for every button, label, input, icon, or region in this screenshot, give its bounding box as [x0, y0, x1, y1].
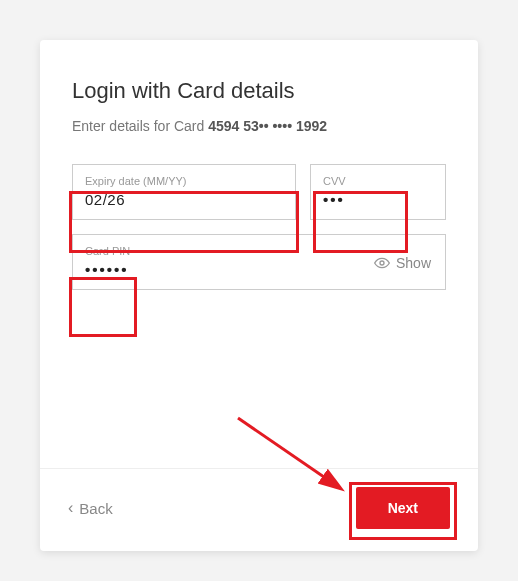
- expiry-label: Expiry date (MM/YY): [85, 175, 283, 187]
- cvv-field[interactable]: CVV •••: [310, 164, 446, 220]
- card-mask: 4594 53•• •••• 1992: [208, 118, 327, 134]
- cvv-label: CVV: [323, 175, 433, 187]
- login-card: Login with Card details Enter details fo…: [40, 40, 478, 551]
- expiry-field[interactable]: Expiry date (MM/YY) 02/26: [72, 164, 296, 220]
- eye-icon: [374, 255, 390, 271]
- page-title: Login with Card details: [72, 78, 446, 104]
- subtitle-prefix: Enter details for Card: [72, 118, 208, 134]
- cvv-value: •••: [323, 191, 433, 211]
- svg-point-0: [380, 261, 384, 265]
- card-content: Login with Card details Enter details fo…: [40, 40, 478, 468]
- pin-label: Card PIN: [85, 245, 374, 257]
- pin-field[interactable]: Card PIN •••••• Show: [72, 234, 446, 290]
- subtitle: Enter details for Card 4594 53•• •••• 19…: [72, 118, 446, 134]
- chevron-left-icon: ‹: [68, 499, 73, 517]
- back-label: Back: [79, 500, 112, 517]
- card-footer: ‹ Back Next: [40, 468, 478, 551]
- show-pin-toggle[interactable]: Show: [374, 255, 431, 271]
- pin-value: ••••••: [85, 261, 374, 281]
- show-label: Show: [396, 255, 431, 271]
- expiry-value: 02/26: [85, 191, 283, 211]
- next-button[interactable]: Next: [356, 487, 450, 529]
- back-button[interactable]: ‹ Back: [68, 499, 113, 517]
- fields-row-1: Expiry date (MM/YY) 02/26 CVV •••: [72, 164, 446, 220]
